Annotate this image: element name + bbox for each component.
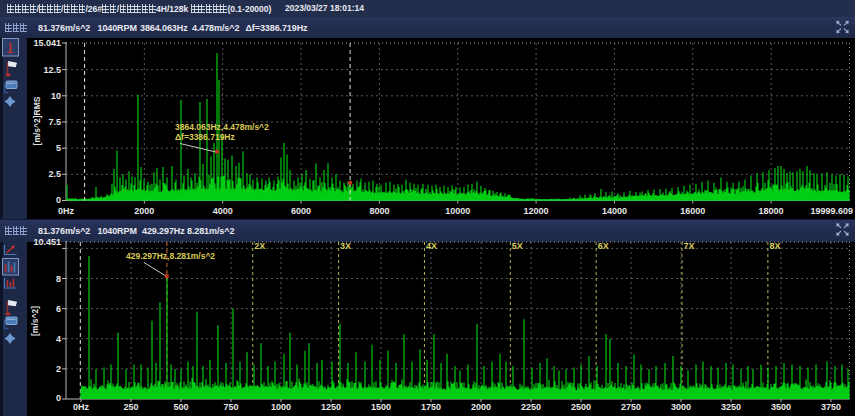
svg-text:500: 500 (173, 402, 188, 412)
svg-text:0Hz: 0Hz (73, 402, 90, 412)
svg-text:6000: 6000 (291, 206, 311, 216)
svg-text:2.5: 2.5 (48, 169, 61, 179)
svg-text:2750: 2750 (621, 402, 641, 412)
svg-text:0Hz: 0Hz (58, 206, 75, 216)
svg-text:5: 5 (56, 143, 61, 153)
svg-text:5X: 5X (512, 241, 523, 251)
svg-text:6: 6 (56, 304, 61, 314)
svg-text:4X: 4X (426, 241, 437, 251)
svg-text:8000: 8000 (369, 206, 389, 216)
svg-text:2: 2 (56, 364, 61, 374)
svg-text:Δf=3386.719Hz: Δf=3386.719Hz (175, 132, 235, 142)
svg-text:10.451: 10.451 (33, 237, 61, 247)
svg-text:7X: 7X (684, 241, 695, 251)
svg-text:12000: 12000 (524, 206, 549, 216)
svg-text:[m/s^2]RMS: [m/s^2]RMS (32, 96, 42, 145)
svg-text:10: 10 (51, 91, 61, 101)
svg-text:2500: 2500 (571, 402, 591, 412)
svg-text:2000: 2000 (471, 402, 491, 412)
svg-text:2000: 2000 (134, 206, 154, 216)
svg-text:1500: 1500 (371, 402, 391, 412)
svg-text:6X: 6X (598, 241, 609, 251)
svg-text:0: 0 (56, 393, 61, 403)
svg-text:4: 4 (56, 334, 61, 344)
svg-text:[m/s^2]: [m/s^2] (30, 306, 40, 336)
svg-text:3000: 3000 (671, 402, 691, 412)
svg-text:1750: 1750 (421, 402, 441, 412)
svg-text:1250: 1250 (321, 402, 341, 412)
svg-text:0: 0 (56, 195, 61, 205)
svg-text:15.041: 15.041 (33, 38, 61, 48)
svg-text:3250: 3250 (721, 402, 741, 412)
svg-text:19999.609: 19999.609 (810, 206, 853, 216)
svg-text:7.5: 7.5 (48, 117, 61, 127)
svg-text:16000: 16000 (680, 206, 705, 216)
svg-text:3750: 3750 (821, 402, 841, 412)
svg-text:4000: 4000 (213, 206, 233, 216)
svg-text:250: 250 (123, 402, 138, 412)
svg-text:1000: 1000 (271, 402, 291, 412)
svg-text:12.5: 12.5 (43, 65, 61, 75)
svg-text:2X: 2X (254, 241, 265, 251)
svg-text:750: 750 (223, 402, 238, 412)
svg-text:429.297Hz,8.281m/s^2: 429.297Hz,8.281m/s^2 (126, 251, 215, 261)
svg-text:3864.063Hz,4.478m/s^2: 3864.063Hz,4.478m/s^2 (175, 122, 269, 132)
svg-text:2250: 2250 (521, 402, 541, 412)
svg-text:10000: 10000 (445, 206, 470, 216)
svg-text:14000: 14000 (602, 206, 627, 216)
svg-text:8: 8 (56, 274, 61, 284)
svg-text:3500: 3500 (771, 402, 791, 412)
svg-text:8X: 8X (769, 241, 780, 251)
svg-text:18000: 18000 (759, 206, 784, 216)
svg-text:3X: 3X (340, 241, 351, 251)
